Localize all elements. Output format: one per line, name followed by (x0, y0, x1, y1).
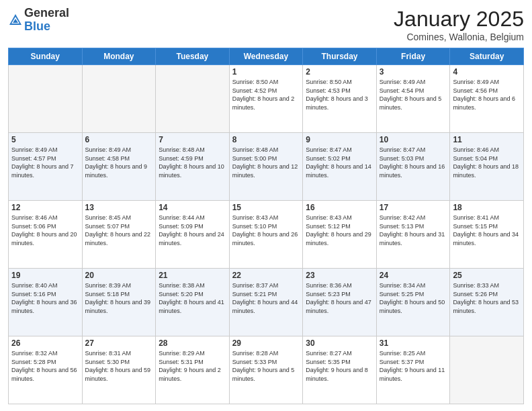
day-number: 12 (11, 203, 79, 212)
day-number: 20 (85, 271, 153, 280)
calendar-day-header: Sunday (9, 48, 83, 65)
day-number: 5 (11, 135, 79, 144)
calendar-cell: 18Sunrise: 8:41 AMSunset: 5:15 PMDayligh… (450, 201, 524, 269)
day-info: Sunrise: 8:28 AMSunset: 5:33 PMDaylight:… (232, 349, 300, 383)
day-info: Sunrise: 8:34 AMSunset: 5:25 PMDaylight:… (380, 281, 447, 315)
day-info: Sunrise: 8:43 AMSunset: 5:12 PMDaylight:… (306, 214, 373, 247)
day-info: Sunrise: 8:33 AMSunset: 5:26 PMDaylight:… (453, 281, 521, 315)
calendar-week-row: 1Sunrise: 8:50 AMSunset: 4:52 PMDaylight… (9, 65, 524, 133)
calendar-cell (156, 65, 230, 133)
day-number: 29 (232, 338, 300, 348)
calendar-cell: 13Sunrise: 8:45 AMSunset: 5:07 PMDayligh… (82, 201, 156, 269)
day-number: 7 (159, 135, 226, 144)
calendar-cell: 31Sunrise: 8:25 AMSunset: 5:37 PMDayligh… (376, 336, 450, 404)
calendar-day-header: Thursday (303, 48, 377, 65)
day-number: 30 (306, 338, 373, 348)
calendar-cell: 9Sunrise: 8:47 AMSunset: 5:02 PMDaylight… (303, 133, 377, 201)
day-info: Sunrise: 8:46 AMSunset: 5:04 PMDaylight:… (453, 146, 521, 179)
day-number: 22 (232, 271, 300, 280)
calendar-cell: 5Sunrise: 8:49 AMSunset: 4:57 PMDaylight… (9, 133, 83, 201)
calendar-cell: 3Sunrise: 8:49 AMSunset: 4:54 PMDaylight… (376, 65, 450, 133)
day-number: 3 (380, 67, 447, 77)
day-info: Sunrise: 8:47 AMSunset: 5:03 PMDaylight:… (380, 146, 447, 179)
day-number: 15 (232, 203, 300, 212)
day-info: Sunrise: 8:36 AMSunset: 5:23 PMDaylight:… (306, 281, 373, 315)
day-info: Sunrise: 8:25 AMSunset: 5:37 PMDaylight:… (380, 349, 447, 383)
day-info: Sunrise: 8:39 AMSunset: 5:18 PMDaylight:… (85, 281, 153, 315)
logo-icon (8, 13, 23, 28)
day-info: Sunrise: 8:49 AMSunset: 4:57 PMDaylight:… (11, 146, 79, 179)
calendar-day-header: Tuesday (156, 48, 230, 65)
day-number: 17 (380, 203, 447, 212)
calendar-cell (9, 65, 83, 133)
calendar-cell: 17Sunrise: 8:42 AMSunset: 5:13 PMDayligh… (376, 201, 450, 269)
calendar-body: 1Sunrise: 8:50 AMSunset: 4:52 PMDaylight… (9, 65, 524, 404)
calendar-cell: 22Sunrise: 8:37 AMSunset: 5:21 PMDayligh… (229, 269, 303, 336)
calendar-day-header: Saturday (450, 48, 524, 65)
logo: General Blue (8, 7, 69, 34)
calendar-cell: 7Sunrise: 8:48 AMSunset: 4:59 PMDaylight… (156, 133, 230, 201)
day-number: 27 (85, 338, 153, 348)
calendar-week-row: 5Sunrise: 8:49 AMSunset: 4:57 PMDaylight… (9, 133, 524, 201)
day-info: Sunrise: 8:27 AMSunset: 5:35 PMDaylight:… (306, 349, 373, 383)
calendar-cell: 2Sunrise: 8:50 AMSunset: 4:53 PMDaylight… (303, 65, 377, 133)
day-number: 31 (380, 338, 447, 348)
calendar-cell: 1Sunrise: 8:50 AMSunset: 4:52 PMDaylight… (229, 65, 303, 133)
day-number: 28 (159, 338, 226, 348)
calendar-cell: 4Sunrise: 8:49 AMSunset: 4:56 PMDaylight… (450, 65, 524, 133)
calendar-cell: 21Sunrise: 8:38 AMSunset: 5:20 PMDayligh… (156, 269, 230, 336)
calendar-cell: 28Sunrise: 8:29 AMSunset: 5:31 PMDayligh… (156, 336, 230, 404)
day-info: Sunrise: 8:46 AMSunset: 5:06 PMDaylight:… (11, 214, 79, 247)
calendar-cell: 15Sunrise: 8:43 AMSunset: 5:10 PMDayligh… (229, 201, 303, 269)
calendar-cell: 10Sunrise: 8:47 AMSunset: 5:03 PMDayligh… (376, 133, 450, 201)
day-number: 23 (306, 271, 373, 280)
day-info: Sunrise: 8:29 AMSunset: 5:31 PMDaylight:… (159, 349, 226, 383)
day-number: 24 (380, 271, 447, 280)
title-block: January 2025 Comines, Wallonia, Belgium (394, 7, 524, 42)
day-number: 10 (380, 135, 447, 144)
calendar: SundayMondayTuesdayWednesdayThursdayFrid… (8, 48, 524, 404)
page: General Blue January 2025 Comines, Wallo… (0, 0, 532, 411)
calendar-cell (82, 65, 156, 133)
day-number: 13 (85, 203, 153, 212)
day-info: Sunrise: 8:37 AMSunset: 5:21 PMDaylight:… (232, 281, 300, 315)
calendar-cell: 6Sunrise: 8:49 AMSunset: 4:58 PMDaylight… (82, 133, 156, 201)
calendar-cell: 20Sunrise: 8:39 AMSunset: 5:18 PMDayligh… (82, 269, 156, 336)
day-info: Sunrise: 8:41 AMSunset: 5:15 PMDaylight:… (453, 214, 521, 247)
month-title: January 2025 (394, 7, 524, 32)
calendar-cell: 27Sunrise: 8:31 AMSunset: 5:30 PMDayligh… (82, 336, 156, 404)
day-info: Sunrise: 8:49 AMSunset: 4:58 PMDaylight:… (85, 146, 153, 179)
day-number: 19 (11, 271, 79, 280)
logo-general-text: General (24, 6, 69, 19)
header: General Blue January 2025 Comines, Wallo… (8, 7, 524, 42)
calendar-cell: 12Sunrise: 8:46 AMSunset: 5:06 PMDayligh… (9, 201, 83, 269)
day-number: 18 (453, 203, 521, 212)
calendar-cell: 30Sunrise: 8:27 AMSunset: 5:35 PMDayligh… (303, 336, 377, 404)
calendar-day-header: Monday (82, 48, 156, 65)
day-number: 8 (232, 135, 300, 144)
day-number: 6 (85, 135, 153, 144)
day-number: 4 (453, 67, 521, 77)
calendar-cell: 16Sunrise: 8:43 AMSunset: 5:12 PMDayligh… (303, 201, 377, 269)
day-number: 11 (453, 135, 521, 144)
calendar-cell: 8Sunrise: 8:48 AMSunset: 5:00 PMDaylight… (229, 133, 303, 201)
calendar-cell: 29Sunrise: 8:28 AMSunset: 5:33 PMDayligh… (229, 336, 303, 404)
calendar-cell: 23Sunrise: 8:36 AMSunset: 5:23 PMDayligh… (303, 269, 377, 336)
day-number: 14 (159, 203, 226, 212)
calendar-day-header: Friday (376, 48, 450, 65)
calendar-cell: 14Sunrise: 8:44 AMSunset: 5:09 PMDayligh… (156, 201, 230, 269)
logo-blue-text: Blue (24, 19, 50, 33)
calendar-cell (450, 336, 524, 404)
day-info: Sunrise: 8:44 AMSunset: 5:09 PMDaylight:… (159, 214, 226, 247)
day-info: Sunrise: 8:48 AMSunset: 5:00 PMDaylight:… (232, 146, 300, 179)
day-info: Sunrise: 8:50 AMSunset: 4:52 PMDaylight:… (232, 78, 300, 111)
day-number: 21 (159, 271, 226, 280)
calendar-week-row: 12Sunrise: 8:46 AMSunset: 5:06 PMDayligh… (9, 201, 524, 269)
calendar-cell: 11Sunrise: 8:46 AMSunset: 5:04 PMDayligh… (450, 133, 524, 201)
subtitle: Comines, Wallonia, Belgium (394, 32, 524, 42)
calendar-cell: 25Sunrise: 8:33 AMSunset: 5:26 PMDayligh… (450, 269, 524, 336)
calendar-cell: 19Sunrise: 8:40 AMSunset: 5:16 PMDayligh… (9, 269, 83, 336)
calendar-header-row: SundayMondayTuesdayWednesdayThursdayFrid… (9, 48, 524, 65)
day-number: 16 (306, 203, 373, 212)
calendar-week-row: 19Sunrise: 8:40 AMSunset: 5:16 PMDayligh… (9, 269, 524, 336)
